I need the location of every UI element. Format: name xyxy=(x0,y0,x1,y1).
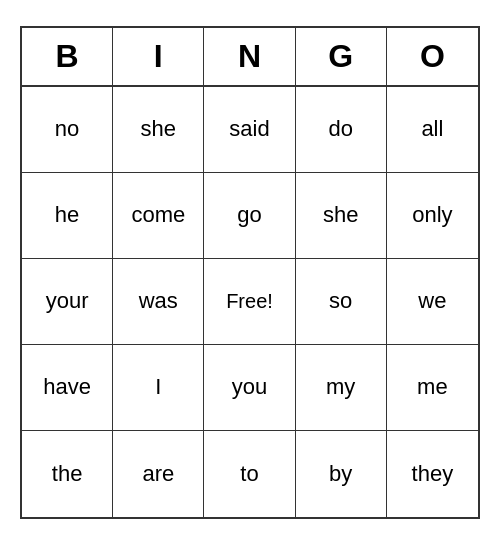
header-letter: B xyxy=(22,28,113,85)
header-letter: I xyxy=(113,28,204,85)
cell-r2-c3: so xyxy=(296,259,387,345)
cell-r1-c1: come xyxy=(113,173,204,259)
header-letter: G xyxy=(296,28,387,85)
cell-r3-c2: you xyxy=(204,345,295,431)
cell-r1-c2: go xyxy=(204,173,295,259)
cell-r2-c0: your xyxy=(22,259,113,345)
cell-r3-c1: I xyxy=(113,345,204,431)
cell-r2-c4: we xyxy=(387,259,478,345)
cell-r1-c0: he xyxy=(22,173,113,259)
cell-r1-c3: she xyxy=(296,173,387,259)
header-letter: O xyxy=(387,28,478,85)
cell-r4-c3: by xyxy=(296,431,387,517)
bingo-header: BINGO xyxy=(22,28,478,87)
cell-r4-c2: to xyxy=(204,431,295,517)
cell-r3-c0: have xyxy=(22,345,113,431)
cell-r2-c1: was xyxy=(113,259,204,345)
cell-r4-c1: are xyxy=(113,431,204,517)
cell-r4-c4: they xyxy=(387,431,478,517)
cell-r0-c1: she xyxy=(113,87,204,173)
cell-r3-c4: me xyxy=(387,345,478,431)
cell-r0-c0: no xyxy=(22,87,113,173)
header-letter: N xyxy=(204,28,295,85)
cell-r3-c3: my xyxy=(296,345,387,431)
cell-r0-c2: said xyxy=(204,87,295,173)
bingo-card: BINGO noshesaiddoallhecomegosheonlyyourw… xyxy=(20,26,480,519)
cell-r0-c3: do xyxy=(296,87,387,173)
bingo-grid: noshesaiddoallhecomegosheonlyyourwasFree… xyxy=(22,87,478,517)
cell-r1-c4: only xyxy=(387,173,478,259)
cell-r0-c4: all xyxy=(387,87,478,173)
cell-r4-c0: the xyxy=(22,431,113,517)
cell-r2-c2: Free! xyxy=(204,259,295,345)
